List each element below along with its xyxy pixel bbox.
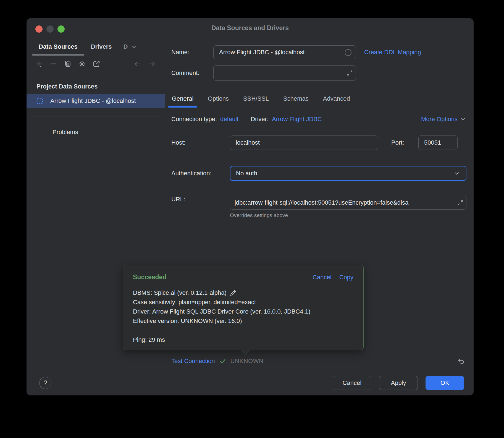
pencil-icon[interactable] bbox=[229, 289, 237, 297]
port-label: Port: bbox=[391, 139, 416, 146]
sidebar-tab-strip: Data Sources Drivers D bbox=[27, 38, 165, 55]
test-connection-row: Test Connection UNKNOWN bbox=[165, 352, 474, 370]
open-in-new-icon bbox=[92, 60, 101, 68]
dbms-line: DBMS: Spice.ai (ver. 0.12.1-alpha) bbox=[133, 288, 227, 298]
host-row: Host: Port: bbox=[171, 135, 466, 150]
duplicate-icon bbox=[64, 60, 72, 68]
create-ddl-mapping-link[interactable]: Create DDL Mapping bbox=[364, 49, 421, 56]
tab-ddl-truncated[interactable]: D bbox=[118, 38, 139, 55]
plus-icon bbox=[35, 60, 43, 68]
problems-item[interactable]: Problems bbox=[53, 129, 165, 136]
minus-icon bbox=[49, 60, 57, 68]
name-label: Name: bbox=[171, 49, 213, 56]
tab-data-sources-label: Data Sources bbox=[39, 43, 78, 50]
url-row: URL: jdbc:arrow-flight-sql://localhost:5… bbox=[171, 196, 466, 210]
comment-row: Comment: bbox=[171, 65, 466, 81]
tab-ssh-ssl-label: SSH/SSL bbox=[243, 95, 269, 102]
url-field[interactable]: jdbc:arrow-flight-sql://localhost:50051?… bbox=[230, 196, 466, 210]
remove-data-source-button[interactable] bbox=[48, 58, 59, 70]
test-connection-link[interactable]: Test Connection bbox=[171, 358, 215, 365]
tab-drivers[interactable]: Drivers bbox=[84, 38, 119, 55]
check-icon bbox=[219, 357, 227, 365]
duplicate-data-source-button[interactable] bbox=[62, 58, 74, 70]
ok-button[interactable]: OK bbox=[426, 376, 464, 390]
authentication-value: No auth bbox=[236, 170, 257, 177]
url-value: jdbc:arrow-flight-sql://localhost:50051?… bbox=[235, 199, 454, 206]
tab-truncated-label: D bbox=[123, 43, 128, 50]
driver-label: Driver: bbox=[251, 116, 269, 123]
tab-data-sources[interactable]: Data Sources bbox=[32, 38, 84, 55]
tab-options-label: Options bbox=[208, 95, 229, 102]
tab-drivers-label: Drivers bbox=[91, 43, 112, 50]
expand-icon[interactable] bbox=[346, 69, 353, 77]
host-input[interactable] bbox=[235, 139, 373, 147]
add-data-source-button[interactable] bbox=[33, 58, 45, 70]
cancel-button[interactable]: Cancel bbox=[333, 376, 371, 390]
port-field bbox=[418, 135, 458, 150]
tab-schemas[interactable]: Schemas bbox=[283, 90, 309, 107]
data-source-item-label: Arrow Flight JDBC - @localhost bbox=[50, 97, 136, 105]
chevron-down-icon bbox=[460, 116, 466, 122]
tab-ssh-ssl[interactable]: SSH/SSL bbox=[243, 90, 269, 107]
connection-type-value-link[interactable]: default bbox=[220, 116, 238, 123]
help-button[interactable]: ? bbox=[39, 377, 51, 389]
data-sources-dialog: Data Sources and Drivers Data Sources Dr… bbox=[27, 18, 474, 395]
project-data-sources-header: Project Data Sources bbox=[36, 83, 165, 90]
question-mark-icon: ? bbox=[43, 379, 47, 387]
authentication-select[interactable]: No auth bbox=[230, 166, 466, 181]
tab-general[interactable]: General bbox=[171, 90, 194, 107]
chevron-down-icon[interactable] bbox=[130, 43, 138, 50]
port-input[interactable] bbox=[424, 139, 452, 147]
tab-schemas-label: Schemas bbox=[283, 95, 309, 102]
refresh-ring-icon bbox=[344, 48, 352, 57]
tab-advanced[interactable]: Advanced bbox=[322, 90, 351, 107]
arrow-left-icon bbox=[133, 60, 142, 68]
sidebar-toolbar bbox=[27, 55, 165, 72]
dialog-footer: ? Cancel Apply OK bbox=[27, 370, 474, 395]
ping-line: Ping: 29 ms bbox=[133, 335, 165, 345]
active-tab-underline bbox=[168, 106, 197, 108]
host-field bbox=[230, 135, 378, 150]
connection-type-row: Connection type: default Driver: Arrow F… bbox=[171, 116, 466, 123]
case-sensitivity-line: Case sensitivity: plain=upper, delimited… bbox=[133, 298, 256, 307]
title-bar: Data Sources and Drivers bbox=[27, 18, 474, 38]
gear-icon bbox=[78, 60, 86, 68]
url-hint: Overrides settings above bbox=[230, 212, 466, 218]
tab-advanced-label: Advanced bbox=[323, 95, 350, 102]
comment-label: Comment: bbox=[171, 69, 213, 77]
more-options-label: More Options bbox=[421, 116, 458, 123]
more-options-button[interactable]: More Options bbox=[421, 116, 466, 123]
effective-version-line: Effective version: UNKNOWN (ver. 16.0) bbox=[133, 316, 242, 326]
sidebar-divider bbox=[31, 116, 161, 116]
back-button[interactable] bbox=[132, 58, 143, 70]
arrow-right-icon bbox=[148, 60, 156, 68]
tab-general-label: General bbox=[172, 95, 193, 102]
undo-icon[interactable] bbox=[457, 357, 465, 365]
driver-value-link[interactable]: Arrow Flight JDBC bbox=[272, 116, 322, 123]
popup-copy-link[interactable]: Copy bbox=[339, 274, 353, 281]
data-source-list-item-selected[interactable]: Arrow Flight JDBC - @localhost bbox=[27, 94, 165, 108]
apply-button[interactable]: Apply bbox=[379, 376, 418, 390]
database-dashed-icon bbox=[36, 97, 44, 105]
name-field bbox=[213, 45, 356, 59]
export-data-source-button[interactable] bbox=[91, 58, 102, 70]
expand-icon[interactable] bbox=[457, 199, 464, 206]
name-input[interactable] bbox=[219, 48, 341, 56]
status-succeeded: Succeeded bbox=[133, 273, 166, 281]
test-result-text: UNKNOWN bbox=[230, 358, 264, 365]
test-connection-result-popup: Succeeded Cancel Copy DBMS: Spice.ai (ve… bbox=[123, 265, 364, 350]
connection-type-label: Connection type: bbox=[171, 116, 217, 123]
data-source-properties-button[interactable] bbox=[76, 58, 88, 70]
url-label: URL: bbox=[171, 196, 230, 203]
comment-input[interactable] bbox=[219, 69, 342, 77]
authentication-row: Authentication: No auth bbox=[171, 166, 466, 181]
window-title: Data Sources and Drivers bbox=[27, 24, 474, 32]
editor-tab-bar: General Options SSH/SSL Schemas Advanced bbox=[165, 90, 474, 107]
tab-options[interactable]: Options bbox=[207, 90, 229, 107]
active-tab-indicator bbox=[32, 54, 84, 56]
name-row: Name: Create DDL Mapping bbox=[171, 45, 466, 59]
comment-field bbox=[213, 65, 356, 81]
popup-cancel-link[interactable]: Cancel bbox=[313, 274, 331, 281]
forward-button[interactable] bbox=[146, 58, 158, 70]
chevron-down-icon bbox=[453, 170, 460, 177]
